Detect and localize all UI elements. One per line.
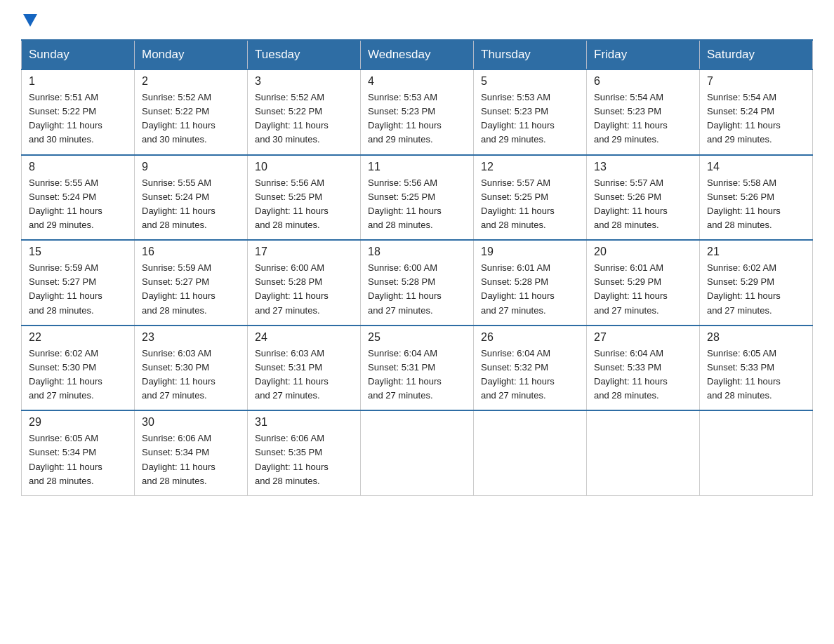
calendar-cell: 4 Sunrise: 5:53 AMSunset: 5:23 PMDayligh… — [361, 69, 474, 155]
calendar-header-friday: Friday — [587, 40, 700, 69]
calendar-cell: 24 Sunrise: 6:03 AMSunset: 5:31 PMDaylig… — [248, 326, 361, 411]
day-number: 29 — [29, 416, 127, 429]
calendar-cell: 18 Sunrise: 6:00 AMSunset: 5:28 PMDaylig… — [361, 240, 474, 326]
day-number: 20 — [594, 246, 692, 258]
day-info: Sunrise: 6:03 AMSunset: 5:30 PMDaylight:… — [142, 348, 216, 401]
day-number: 26 — [481, 331, 579, 344]
calendar-cell: 3 Sunrise: 5:52 AMSunset: 5:22 PMDayligh… — [248, 69, 361, 155]
calendar-table: SundayMondayTuesdayWednesdayThursdayFrid… — [21, 39, 813, 496]
calendar-header-monday: Monday — [135, 40, 248, 69]
calendar-header-sunday: Sunday — [22, 40, 135, 69]
day-number: 18 — [368, 246, 466, 258]
day-info: Sunrise: 6:05 AMSunset: 5:34 PMDaylight:… — [29, 433, 102, 485]
day-info: Sunrise: 6:02 AMSunset: 5:30 PMDaylight:… — [29, 348, 102, 401]
calendar-cell: 9 Sunrise: 5:55 AMSunset: 5:24 PMDayligh… — [135, 155, 248, 241]
day-info: Sunrise: 6:04 AMSunset: 5:33 PMDaylight:… — [594, 348, 668, 401]
day-info: Sunrise: 6:00 AMSunset: 5:28 PMDaylight:… — [255, 262, 329, 315]
day-number: 23 — [142, 331, 240, 344]
calendar-week-row: 22 Sunrise: 6:02 AMSunset: 5:30 PMDaylig… — [22, 326, 813, 411]
day-info: Sunrise: 5:54 AMSunset: 5:24 PMDaylight:… — [707, 92, 781, 145]
day-info: Sunrise: 6:06 AMSunset: 5:34 PMDaylight:… — [142, 433, 216, 485]
calendar-cell: 10 Sunrise: 5:56 AMSunset: 5:25 PMDaylig… — [248, 155, 361, 241]
calendar-cell: 22 Sunrise: 6:02 AMSunset: 5:30 PMDaylig… — [22, 326, 135, 411]
calendar-cell: 28 Sunrise: 6:05 AMSunset: 5:33 PMDaylig… — [700, 326, 813, 411]
day-info: Sunrise: 5:59 AMSunset: 5:27 PMDaylight:… — [29, 262, 102, 315]
calendar-cell: 5 Sunrise: 5:53 AMSunset: 5:23 PMDayligh… — [474, 69, 587, 155]
day-number: 1 — [29, 75, 127, 88]
day-number: 17 — [255, 246, 353, 258]
day-number: 24 — [255, 331, 353, 344]
day-info: Sunrise: 5:58 AMSunset: 5:26 PMDaylight:… — [707, 177, 781, 230]
day-number: 3 — [255, 75, 353, 88]
calendar-cell: 31 Sunrise: 6:06 AMSunset: 5:35 PMDaylig… — [248, 410, 361, 495]
calendar-cell: 20 Sunrise: 6:01 AMSunset: 5:29 PMDaylig… — [587, 240, 700, 326]
day-number: 10 — [255, 161, 353, 173]
day-info: Sunrise: 5:53 AMSunset: 5:23 PMDaylight:… — [368, 92, 442, 145]
calendar-header-wednesday: Wednesday — [361, 40, 474, 69]
day-info: Sunrise: 5:52 AMSunset: 5:22 PMDaylight:… — [255, 92, 329, 145]
day-number: 5 — [481, 75, 579, 88]
day-number: 21 — [707, 246, 805, 258]
day-number: 16 — [142, 246, 240, 258]
day-number: 2 — [142, 75, 240, 88]
calendar-cell: 21 Sunrise: 6:02 AMSunset: 5:29 PMDaylig… — [700, 240, 813, 326]
calendar-cell: 2 Sunrise: 5:52 AMSunset: 5:22 PMDayligh… — [135, 69, 248, 155]
day-number: 8 — [29, 161, 127, 173]
day-info: Sunrise: 6:04 AMSunset: 5:31 PMDaylight:… — [368, 348, 442, 401]
calendar-cell: 27 Sunrise: 6:04 AMSunset: 5:33 PMDaylig… — [587, 326, 700, 411]
day-info: Sunrise: 5:57 AMSunset: 5:25 PMDaylight:… — [481, 177, 555, 230]
day-info: Sunrise: 6:06 AMSunset: 5:35 PMDaylight:… — [255, 433, 329, 485]
calendar-week-row: 29 Sunrise: 6:05 AMSunset: 5:34 PMDaylig… — [22, 410, 813, 495]
calendar-cell: 15 Sunrise: 5:59 AMSunset: 5:27 PMDaylig… — [22, 240, 135, 326]
calendar-cell: 19 Sunrise: 6:01 AMSunset: 5:28 PMDaylig… — [474, 240, 587, 326]
calendar-header-row: SundayMondayTuesdayWednesdayThursdayFrid… — [22, 40, 813, 69]
calendar-header-tuesday: Tuesday — [248, 40, 361, 69]
day-info: Sunrise: 5:52 AMSunset: 5:22 PMDaylight:… — [142, 92, 216, 145]
day-info: Sunrise: 5:57 AMSunset: 5:26 PMDaylight:… — [594, 177, 668, 230]
day-info: Sunrise: 5:54 AMSunset: 5:23 PMDaylight:… — [594, 92, 668, 145]
page-header — [21, 14, 813, 27]
day-number: 4 — [368, 75, 466, 88]
calendar-cell: 12 Sunrise: 5:57 AMSunset: 5:25 PMDaylig… — [474, 155, 587, 241]
calendar-cell — [587, 410, 700, 495]
day-info: Sunrise: 5:55 AMSunset: 5:24 PMDaylight:… — [142, 177, 216, 230]
calendar-header-thursday: Thursday — [474, 40, 587, 69]
logo — [21, 14, 37, 27]
day-number: 13 — [594, 161, 692, 173]
day-info: Sunrise: 6:04 AMSunset: 5:32 PMDaylight:… — [481, 348, 555, 401]
day-info: Sunrise: 6:03 AMSunset: 5:31 PMDaylight:… — [255, 348, 329, 401]
day-info: Sunrise: 5:51 AMSunset: 5:22 PMDaylight:… — [29, 92, 102, 145]
calendar-cell — [474, 410, 587, 495]
calendar-cell: 16 Sunrise: 5:59 AMSunset: 5:27 PMDaylig… — [135, 240, 248, 326]
day-info: Sunrise: 6:01 AMSunset: 5:29 PMDaylight:… — [594, 262, 668, 315]
day-number: 31 — [255, 416, 353, 429]
calendar-cell: 17 Sunrise: 6:00 AMSunset: 5:28 PMDaylig… — [248, 240, 361, 326]
logo-triangle-icon — [23, 14, 37, 27]
day-number: 28 — [707, 331, 805, 344]
day-number: 11 — [368, 161, 466, 173]
day-number: 9 — [142, 161, 240, 173]
calendar-cell — [700, 410, 813, 495]
calendar-week-row: 15 Sunrise: 5:59 AMSunset: 5:27 PMDaylig… — [22, 240, 813, 326]
calendar-cell: 14 Sunrise: 5:58 AMSunset: 5:26 PMDaylig… — [700, 155, 813, 241]
day-info: Sunrise: 6:00 AMSunset: 5:28 PMDaylight:… — [368, 262, 442, 315]
day-info: Sunrise: 5:55 AMSunset: 5:24 PMDaylight:… — [29, 177, 102, 230]
day-info: Sunrise: 5:56 AMSunset: 5:25 PMDaylight:… — [255, 177, 329, 230]
calendar-cell: 1 Sunrise: 5:51 AMSunset: 5:22 PMDayligh… — [22, 69, 135, 155]
calendar-cell: 11 Sunrise: 5:56 AMSunset: 5:25 PMDaylig… — [361, 155, 474, 241]
calendar-cell: 13 Sunrise: 5:57 AMSunset: 5:26 PMDaylig… — [587, 155, 700, 241]
day-number: 30 — [142, 416, 240, 429]
calendar-cell: 23 Sunrise: 6:03 AMSunset: 5:30 PMDaylig… — [135, 326, 248, 411]
calendar-cell: 8 Sunrise: 5:55 AMSunset: 5:24 PMDayligh… — [22, 155, 135, 241]
calendar-cell: 6 Sunrise: 5:54 AMSunset: 5:23 PMDayligh… — [587, 69, 700, 155]
day-number: 15 — [29, 246, 127, 258]
day-info: Sunrise: 5:53 AMSunset: 5:23 PMDaylight:… — [481, 92, 555, 145]
day-number: 19 — [481, 246, 579, 258]
calendar-week-row: 8 Sunrise: 5:55 AMSunset: 5:24 PMDayligh… — [22, 155, 813, 241]
calendar-week-row: 1 Sunrise: 5:51 AMSunset: 5:22 PMDayligh… — [22, 69, 813, 155]
day-info: Sunrise: 6:05 AMSunset: 5:33 PMDaylight:… — [707, 348, 781, 401]
calendar-cell — [361, 410, 474, 495]
day-info: Sunrise: 6:02 AMSunset: 5:29 PMDaylight:… — [707, 262, 781, 315]
day-number: 7 — [707, 75, 805, 88]
calendar-cell: 30 Sunrise: 6:06 AMSunset: 5:34 PMDaylig… — [135, 410, 248, 495]
